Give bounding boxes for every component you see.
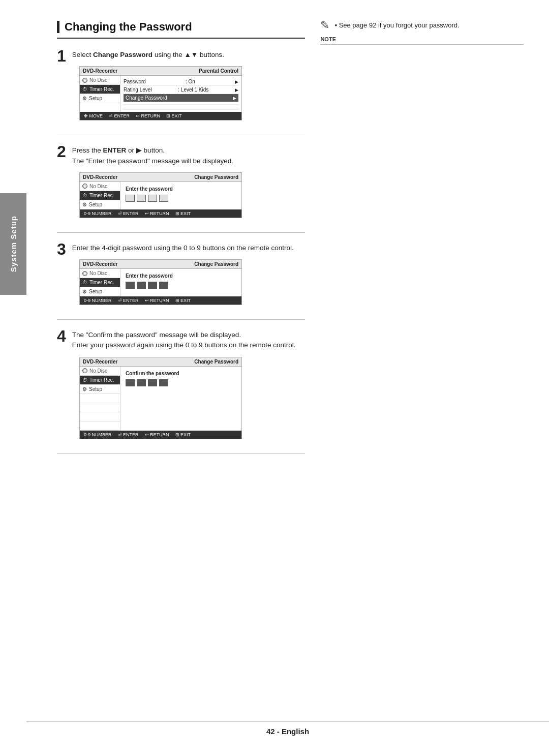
dvd-s2-pwd-box-3: [148, 195, 157, 202]
page-title: Changing the Password: [65, 20, 192, 34]
dvd-s3-menu: No Disc ⏱ Timer Rec. ⚙ Setup: [80, 269, 120, 296]
timer-icon-2: ⏱: [82, 193, 87, 198]
dvd-screen-3-header: DVD-Recorder Change Password: [80, 260, 241, 269]
dvd-s3-footer: 0-9 NUMBER ⏎ ENTER ↩ RETURN ⊞ EXIT: [80, 296, 241, 305]
timer-icon-3: ⏱: [82, 280, 87, 285]
step-2-number: 2: [57, 143, 66, 160]
note-icon-row: ✎ ▪ See page 92 if you forgot your passw…: [320, 20, 524, 32]
left-column: Changing the Password 1 Select Change Pa…: [57, 20, 305, 464]
step-2-after: or ▶ button.: [128, 146, 165, 154]
dvd-s3-nodisc-label: No Disc: [89, 270, 107, 276]
dvd-s1-row-change: Change Password ▶: [124, 94, 238, 102]
dvd-s3-pwd-label: Enter the password: [126, 273, 236, 279]
dvd-s1-menu-nodisc: No Disc: [80, 76, 120, 85]
note-label: NOTE: [320, 36, 524, 45]
step-2-subtext: The "Enter the password" message will be…: [72, 157, 233, 165]
dvd-s2-footer-return: ↩ RETURN: [145, 211, 169, 216]
dvd-screen-1-body: No Disc ⏱ Timer Rec. ⚙ Setup: [80, 76, 241, 112]
timer-icon: ⏱: [82, 86, 87, 92]
step-divider-4: [57, 453, 305, 454]
main-content: Changing the Password 1 Select Change Pa…: [26, 0, 549, 756]
dvd-s1-menu: No Disc ⏱ Timer Rec. ⚙ Setup: [80, 76, 120, 112]
dvd-s3-header-left: DVD-Recorder: [83, 261, 117, 267]
dvd-s4-footer-return: ↩ RETURN: [145, 432, 169, 437]
dvd-s3-nodisc: No Disc: [80, 269, 120, 278]
step-1: 1 Select Change Password using the ▲▼ bu…: [57, 50, 305, 120]
two-column-layout: Changing the Password 1 Select Change Pa…: [57, 20, 524, 464]
dvd-s1-header-right: Parental Control: [199, 68, 238, 74]
dvd-s2-footer: 0-9 NUMBER ⏎ ENTER ↩ RETURN ⊞ EXIT: [80, 209, 241, 218]
dvd-s2-pwd-label: Enter the password: [126, 186, 236, 192]
dvd-s1-header-left: DVD-Recorder: [83, 68, 117, 74]
note-section: ✎ ▪ See page 92 if you forgot your passw…: [320, 20, 524, 45]
disc-icon: [82, 78, 87, 83]
dvd-s4-nodisc-label: No Disc: [89, 368, 107, 374]
step-1-bold: Change Password: [93, 51, 152, 58]
gear-icon-3: ⚙: [82, 289, 87, 294]
gear-icon-2: ⚙: [82, 202, 87, 207]
dvd-s4-header-right: Change Password: [194, 359, 238, 365]
dvd-s2-footer-exit: ⊞ EXIT: [175, 211, 191, 216]
dvd-s2-nodisc-label: No Disc: [89, 184, 107, 189]
dvd-s4-timer-label: Timer Rec.: [89, 377, 114, 383]
dvd-screen-4-body: No Disc ⏱ Timer Rec. ⚙ Setup: [80, 367, 241, 431]
dvd-s1-timer-label: Timer Rec.: [89, 86, 114, 92]
dvd-s3-menu-setup: ⚙ Setup: [80, 287, 120, 296]
dvd-s3-pwd-box-3: [148, 282, 157, 289]
page-container: System Setup Changing the Password 1 Sel…: [0, 0, 549, 756]
dvd-screen-2-header: DVD-Recorder Change Password: [80, 173, 241, 182]
dvd-s4-menu-blank4: [80, 421, 120, 431]
page-number: 42 - English: [266, 727, 309, 736]
dvd-screen-4: DVD-Recorder Change Password No Disc ⏱: [79, 357, 242, 439]
dvd-s3-footer-enter: ⏎ ENTER: [118, 298, 139, 303]
dvd-s1-nodisc-label: No Disc: [89, 77, 107, 83]
dvd-s2-footer-num: 0-9 NUMBER: [84, 211, 112, 216]
dvd-s2-pwd-box-4: [159, 195, 168, 202]
step-1-text: Select Change Password using the ▲▼ butt…: [72, 50, 306, 60]
dvd-s1-row-rating: Rating Level : Level 1 Kids ▶: [124, 86, 238, 94]
dvd-s3-pwd-box-2: [137, 282, 146, 289]
dvd-s3-header-right: Change Password: [194, 261, 238, 267]
dvd-s1-rating-arrow: ▶: [235, 87, 238, 93]
step-divider-2: [57, 232, 305, 233]
right-column: ✎ ▪ See page 92 if you forgot your passw…: [320, 20, 524, 464]
disc-icon-2: [82, 184, 87, 189]
dvd-s1-pwd-label: Password: [124, 79, 146, 84]
dvd-s4-menu-blank3: [80, 412, 120, 421]
dvd-s1-footer-exit: ⊞ EXIT: [166, 113, 182, 118]
step-4-text: The "Confirm the password" message will …: [72, 330, 306, 351]
dvd-s3-pwd-box-4: [159, 282, 168, 289]
dvd-s4-menu-blank1: [80, 394, 120, 403]
dvd-s1-pwd-value: : On: [186, 79, 195, 84]
dvd-screen-1-header: DVD-Recorder Parental Control: [80, 67, 241, 76]
disc-icon-3: [82, 271, 87, 276]
step-3-number: 3: [57, 241, 66, 257]
dvd-s4-menu: No Disc ⏱ Timer Rec. ⚙ Setup: [80, 367, 120, 431]
dvd-s1-footer: ✤ MOVE ⏎ ENTER ↩ RETURN ⊞ EXIT: [80, 112, 241, 120]
dvd-s2-menu: No Disc ⏱ Timer Rec. ⚙ Setup: [80, 182, 120, 209]
section-title: Changing the Password: [57, 20, 305, 39]
dvd-s2-pwd-box-1: [126, 195, 135, 202]
dvd-s2-menu-timer: ⏱ Timer Rec.: [80, 191, 120, 200]
dvd-s3-timer-label: Timer Rec.: [89, 280, 114, 285]
dvd-s2-content: Enter the password: [120, 182, 241, 209]
dvd-s1-row-password: Password : On ▶: [124, 78, 238, 86]
dvd-s2-timer-label: Timer Rec.: [89, 193, 114, 198]
dvd-s4-footer-exit: ⊞ EXIT: [175, 432, 191, 437]
dvd-screen-2-body: No Disc ⏱ Timer Rec. ⚙ Setup: [80, 182, 241, 209]
dvd-s1-content: Password : On ▶ Rating Level : Level 1 K…: [120, 76, 241, 112]
dvd-s2-footer-enter: ⏎ ENTER: [118, 211, 139, 216]
dvd-s3-pwd-boxes: [126, 282, 236, 289]
dvd-s4-pwd-box-3: [148, 379, 157, 386]
dvd-s4-footer-enter: ⏎ ENTER: [118, 432, 139, 437]
dvd-s1-change-label: Change Password: [126, 95, 167, 101]
dvd-s2-pwd-box-2: [137, 195, 146, 202]
step-4-line2: Enter your password again using the 0 to…: [72, 341, 296, 349]
dvd-screen-2: DVD-Recorder Change Password No Disc ⏱: [79, 172, 242, 218]
dvd-s3-setup-label: Setup: [89, 289, 102, 294]
dvd-s3-menu-timer: ⏱ Timer Rec.: [80, 278, 120, 287]
dvd-s4-header-left: DVD-Recorder: [83, 359, 117, 365]
dvd-s1-footer-enter: ⏎ ENTER: [109, 113, 130, 118]
dvd-s2-setup-label: Setup: [89, 202, 102, 207]
dvd-s1-rating-label: Rating Level: [124, 87, 152, 93]
